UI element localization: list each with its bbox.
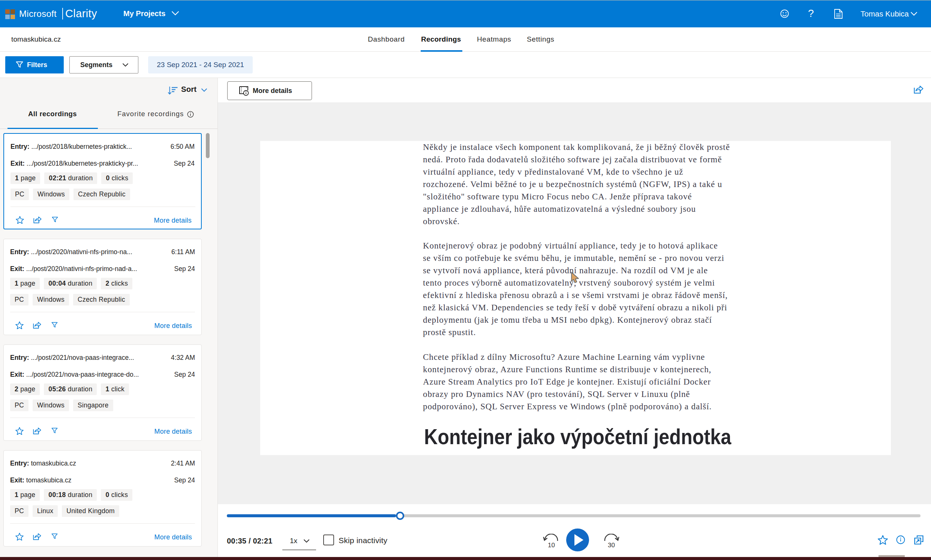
- svg-text:10: 10: [548, 542, 555, 549]
- svg-text:30: 30: [608, 542, 615, 549]
